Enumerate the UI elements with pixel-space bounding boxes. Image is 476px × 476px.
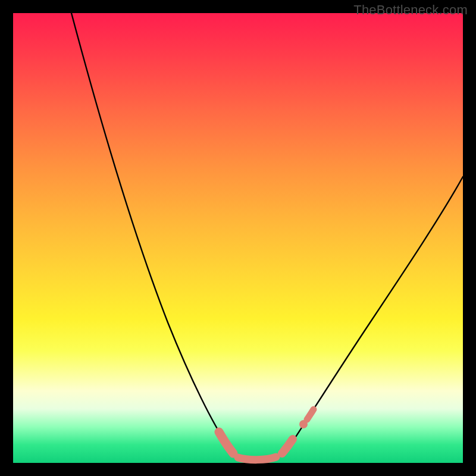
curve-layer: [13, 13, 463, 463]
salmon-dot-right-2b: [307, 409, 314, 419]
salmon-segment-right-1: [282, 439, 293, 453]
salmon-segment-bottom: [238, 457, 276, 460]
salmon-segment-left: [219, 432, 233, 453]
watermark-text: TheBottleneck.com: [353, 2, 468, 18]
left-branch-curve: [71, 13, 227, 445]
chart-frame: TheBottleneck.com: [0, 0, 476, 476]
plot-area: [13, 13, 463, 463]
